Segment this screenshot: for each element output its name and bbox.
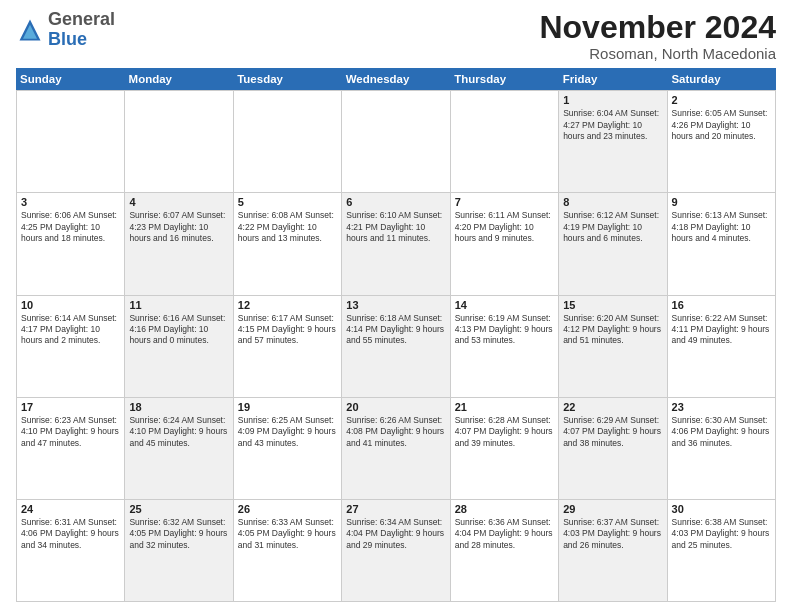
calendar-cell: 6Sunrise: 6:10 AM Sunset: 4:21 PM Daylig… xyxy=(342,193,450,294)
day-info: Sunrise: 6:13 AM Sunset: 4:18 PM Dayligh… xyxy=(672,210,771,244)
header-tuesday: Tuesday xyxy=(233,68,342,90)
day-number: 22 xyxy=(563,401,662,413)
header-monday: Monday xyxy=(125,68,234,90)
day-info: Sunrise: 6:07 AM Sunset: 4:23 PM Dayligh… xyxy=(129,210,228,244)
calendar-cell xyxy=(342,91,450,192)
day-number: 6 xyxy=(346,196,445,208)
day-number: 24 xyxy=(21,503,120,515)
calendar-cell: 21Sunrise: 6:28 AM Sunset: 4:07 PM Dayli… xyxy=(451,398,559,499)
calendar: Sunday Monday Tuesday Wednesday Thursday… xyxy=(16,68,776,602)
calendar-cell: 23Sunrise: 6:30 AM Sunset: 4:06 PM Dayli… xyxy=(668,398,776,499)
day-number: 17 xyxy=(21,401,120,413)
day-info: Sunrise: 6:37 AM Sunset: 4:03 PM Dayligh… xyxy=(563,517,662,551)
calendar-cell: 16Sunrise: 6:22 AM Sunset: 4:11 PM Dayli… xyxy=(668,296,776,397)
day-number: 28 xyxy=(455,503,554,515)
day-number: 12 xyxy=(238,299,337,311)
day-number: 1 xyxy=(563,94,662,106)
calendar-cell xyxy=(234,91,342,192)
day-info: Sunrise: 6:36 AM Sunset: 4:04 PM Dayligh… xyxy=(455,517,554,551)
day-info: Sunrise: 6:23 AM Sunset: 4:10 PM Dayligh… xyxy=(21,415,120,449)
day-number: 23 xyxy=(672,401,771,413)
page: General Blue November 2024 Rosoman, Nort… xyxy=(0,0,792,612)
day-info: Sunrise: 6:38 AM Sunset: 4:03 PM Dayligh… xyxy=(672,517,771,551)
calendar-body: 1Sunrise: 6:04 AM Sunset: 4:27 PM Daylig… xyxy=(16,90,776,602)
day-info: Sunrise: 6:08 AM Sunset: 4:22 PM Dayligh… xyxy=(238,210,337,244)
day-info: Sunrise: 6:11 AM Sunset: 4:20 PM Dayligh… xyxy=(455,210,554,244)
day-number: 2 xyxy=(672,94,771,106)
day-number: 29 xyxy=(563,503,662,515)
day-number: 30 xyxy=(672,503,771,515)
calendar-cell: 3Sunrise: 6:06 AM Sunset: 4:25 PM Daylig… xyxy=(17,193,125,294)
logo-icon xyxy=(16,16,44,44)
calendar-cell: 1Sunrise: 6:04 AM Sunset: 4:27 PM Daylig… xyxy=(559,91,667,192)
header-wednesday: Wednesday xyxy=(342,68,451,90)
calendar-cell: 10Sunrise: 6:14 AM Sunset: 4:17 PM Dayli… xyxy=(17,296,125,397)
header: General Blue November 2024 Rosoman, Nort… xyxy=(16,10,776,62)
day-number: 7 xyxy=(455,196,554,208)
day-number: 11 xyxy=(129,299,228,311)
calendar-row-3: 17Sunrise: 6:23 AM Sunset: 4:10 PM Dayli… xyxy=(17,398,776,500)
day-number: 16 xyxy=(672,299,771,311)
day-info: Sunrise: 6:04 AM Sunset: 4:27 PM Dayligh… xyxy=(563,108,662,142)
calendar-cell: 30Sunrise: 6:38 AM Sunset: 4:03 PM Dayli… xyxy=(668,500,776,601)
calendar-cell: 20Sunrise: 6:26 AM Sunset: 4:08 PM Dayli… xyxy=(342,398,450,499)
day-info: Sunrise: 6:32 AM Sunset: 4:05 PM Dayligh… xyxy=(129,517,228,551)
header-thursday: Thursday xyxy=(450,68,559,90)
header-sunday: Sunday xyxy=(16,68,125,90)
calendar-cell: 27Sunrise: 6:34 AM Sunset: 4:04 PM Dayli… xyxy=(342,500,450,601)
day-number: 27 xyxy=(346,503,445,515)
calendar-row-2: 10Sunrise: 6:14 AM Sunset: 4:17 PM Dayli… xyxy=(17,296,776,398)
day-number: 18 xyxy=(129,401,228,413)
day-number: 25 xyxy=(129,503,228,515)
day-number: 10 xyxy=(21,299,120,311)
calendar-row-1: 3Sunrise: 6:06 AM Sunset: 4:25 PM Daylig… xyxy=(17,193,776,295)
day-info: Sunrise: 6:26 AM Sunset: 4:08 PM Dayligh… xyxy=(346,415,445,449)
calendar-cell: 18Sunrise: 6:24 AM Sunset: 4:10 PM Dayli… xyxy=(125,398,233,499)
calendar-cell: 5Sunrise: 6:08 AM Sunset: 4:22 PM Daylig… xyxy=(234,193,342,294)
calendar-cell: 24Sunrise: 6:31 AM Sunset: 4:06 PM Dayli… xyxy=(17,500,125,601)
calendar-cell: 7Sunrise: 6:11 AM Sunset: 4:20 PM Daylig… xyxy=(451,193,559,294)
day-info: Sunrise: 6:19 AM Sunset: 4:13 PM Dayligh… xyxy=(455,313,554,347)
calendar-cell: 26Sunrise: 6:33 AM Sunset: 4:05 PM Dayli… xyxy=(234,500,342,601)
calendar-cell: 22Sunrise: 6:29 AM Sunset: 4:07 PM Dayli… xyxy=(559,398,667,499)
calendar-cell: 8Sunrise: 6:12 AM Sunset: 4:19 PM Daylig… xyxy=(559,193,667,294)
day-info: Sunrise: 6:06 AM Sunset: 4:25 PM Dayligh… xyxy=(21,210,120,244)
calendar-cell: 19Sunrise: 6:25 AM Sunset: 4:09 PM Dayli… xyxy=(234,398,342,499)
logo-blue: Blue xyxy=(48,29,87,49)
day-number: 14 xyxy=(455,299,554,311)
logo: General Blue xyxy=(16,10,115,50)
day-number: 15 xyxy=(563,299,662,311)
calendar-cell: 25Sunrise: 6:32 AM Sunset: 4:05 PM Dayli… xyxy=(125,500,233,601)
main-title: November 2024 xyxy=(539,10,776,45)
calendar-cell: 13Sunrise: 6:18 AM Sunset: 4:14 PM Dayli… xyxy=(342,296,450,397)
subtitle: Rosoman, North Macedonia xyxy=(539,45,776,62)
calendar-cell xyxy=(17,91,125,192)
day-info: Sunrise: 6:29 AM Sunset: 4:07 PM Dayligh… xyxy=(563,415,662,449)
calendar-cell: 14Sunrise: 6:19 AM Sunset: 4:13 PM Dayli… xyxy=(451,296,559,397)
header-saturday: Saturday xyxy=(667,68,776,90)
day-info: Sunrise: 6:24 AM Sunset: 4:10 PM Dayligh… xyxy=(129,415,228,449)
header-friday: Friday xyxy=(559,68,668,90)
day-number: 26 xyxy=(238,503,337,515)
day-number: 9 xyxy=(672,196,771,208)
day-number: 4 xyxy=(129,196,228,208)
day-info: Sunrise: 6:17 AM Sunset: 4:15 PM Dayligh… xyxy=(238,313,337,347)
day-number: 3 xyxy=(21,196,120,208)
day-info: Sunrise: 6:05 AM Sunset: 4:26 PM Dayligh… xyxy=(672,108,771,142)
calendar-cell: 2Sunrise: 6:05 AM Sunset: 4:26 PM Daylig… xyxy=(668,91,776,192)
day-info: Sunrise: 6:22 AM Sunset: 4:11 PM Dayligh… xyxy=(672,313,771,347)
day-number: 5 xyxy=(238,196,337,208)
day-info: Sunrise: 6:18 AM Sunset: 4:14 PM Dayligh… xyxy=(346,313,445,347)
calendar-cell: 11Sunrise: 6:16 AM Sunset: 4:16 PM Dayli… xyxy=(125,296,233,397)
day-number: 13 xyxy=(346,299,445,311)
calendar-cell: 29Sunrise: 6:37 AM Sunset: 4:03 PM Dayli… xyxy=(559,500,667,601)
calendar-cell: 28Sunrise: 6:36 AM Sunset: 4:04 PM Dayli… xyxy=(451,500,559,601)
day-info: Sunrise: 6:14 AM Sunset: 4:17 PM Dayligh… xyxy=(21,313,120,347)
calendar-cell: 9Sunrise: 6:13 AM Sunset: 4:18 PM Daylig… xyxy=(668,193,776,294)
calendar-cell: 12Sunrise: 6:17 AM Sunset: 4:15 PM Dayli… xyxy=(234,296,342,397)
calendar-cell: 15Sunrise: 6:20 AM Sunset: 4:12 PM Dayli… xyxy=(559,296,667,397)
calendar-header: Sunday Monday Tuesday Wednesday Thursday… xyxy=(16,68,776,90)
day-info: Sunrise: 6:34 AM Sunset: 4:04 PM Dayligh… xyxy=(346,517,445,551)
day-info: Sunrise: 6:20 AM Sunset: 4:12 PM Dayligh… xyxy=(563,313,662,347)
calendar-cell: 17Sunrise: 6:23 AM Sunset: 4:10 PM Dayli… xyxy=(17,398,125,499)
